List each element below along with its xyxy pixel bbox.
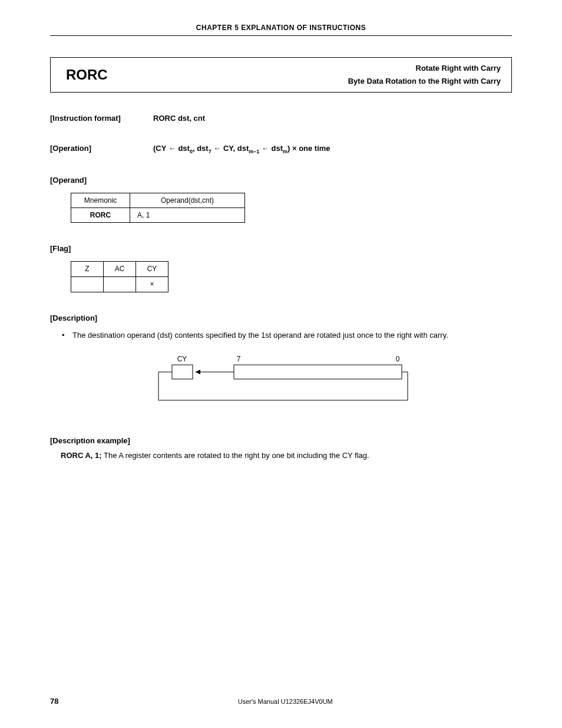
diagram-register-box [234,365,402,379]
operation-sub: m [283,149,287,154]
page-footer: 78 User's Manual U12326EJ4V0UM [50,697,512,706]
instruction-title-box: RORC Rotate Right with Carry Byte Data R… [50,57,512,93]
operand-row-mnemonic: RORC [71,207,130,222]
diagram-bit7-label: 7 [237,355,241,363]
operation-section: [Operation] (CY ← dst0, dst7 ← CY, dstm–… [50,144,512,154]
flag-header-cy: CY [136,261,168,276]
flag-section: [Flag] Z AC CY × [50,244,512,292]
operand-row-operand: A, 1 [130,207,245,222]
instruction-mnemonic: RORC [61,67,108,83]
description-example-section: [Description example] RORC A, 1; The A r… [50,436,512,463]
operand-header-mnemonic: Mnemonic [71,193,130,207]
operation-sub: m–1 [249,149,259,154]
flag-table: Z AC CY × [71,261,168,292]
flag-header-z: Z [71,261,104,276]
flag-header-ac: AC [104,261,136,276]
operation-text: ← CY, dst [211,144,249,153]
diagram-cy-box [172,365,193,379]
rotate-diagram: CY 7 0 [151,354,411,415]
operation-value: (CY ← dst0, dst7 ← CY, dstm–1 ← dstm) × … [153,144,330,154]
manual-id: User's Manual U12326EJ4V0UM [58,698,512,705]
operand-table: Mnemonic Operand(dst,cnt) RORC A, 1 [71,193,245,223]
description-section: [Description] • The destination operand … [50,314,512,416]
rotate-diagram-svg: CY 7 0 [151,354,411,413]
diagram-bit0-label: 0 [396,355,400,363]
operation-text: ← dst [259,144,283,153]
description-text: The destination operand (dst) contents s… [72,328,448,343]
operand-label: [Operand] [50,176,153,185]
operation-text: (CY ← dst [153,144,190,153]
description-example-label: [Description example] [50,436,153,445]
instruction-title-text: Rotate Right with Carry Byte Data Rotati… [108,62,501,88]
instruction-title-line2: Byte Data Rotation to the Right with Car… [108,75,501,88]
operation-text: ) × one time [287,144,330,153]
page-number: 78 [50,697,58,706]
diagram-cy-label: CY [177,355,187,363]
operand-header-operand: Operand(dst,cnt) [130,193,245,207]
flag-value-cy: × [136,276,168,292]
flag-value-z [71,276,104,292]
operation-text: , dst [193,144,209,153]
instruction-format-section: [Instruction format] RORC dst, cnt [50,114,512,123]
description-example-text: The A register contents are rotated to t… [102,451,369,460]
instruction-title-line1: Rotate Right with Carry [108,62,501,75]
bullet-icon: • [62,328,72,343]
description-label: [Description] [50,314,153,322]
description-example-cmd: RORC A, 1; [61,451,102,460]
operand-section: [Operand] Mnemonic Operand(dst,cnt) RORC… [50,176,512,223]
instruction-format-value: RORC dst, cnt [153,114,205,123]
instruction-format-label: [Instruction format] [50,114,153,123]
description-body: • The destination operand (dst) contents… [50,328,512,343]
arrow-left-icon [196,370,200,374]
chapter-header: CHAPTER 5 EXPLANATION OF INSTRUCTIONS [50,24,512,36]
flag-value-ac [104,276,136,292]
flag-label: [Flag] [50,244,153,253]
operation-label: [Operation] [50,144,153,154]
description-example-body: RORC A, 1; The A register contents are r… [50,449,512,463]
